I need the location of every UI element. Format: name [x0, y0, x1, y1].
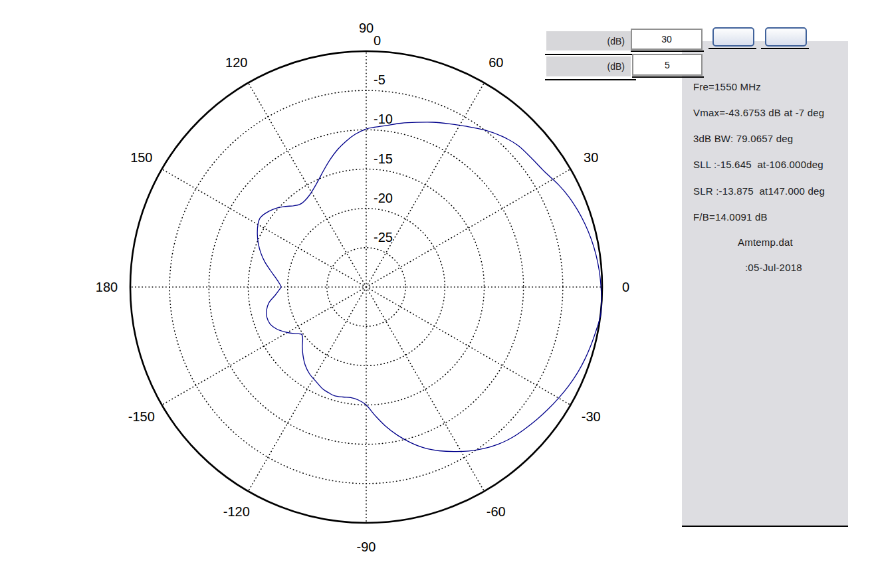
radial-tick-label: -15	[374, 151, 393, 166]
angle-tick-label: 0	[622, 280, 629, 294]
range-input-underline	[631, 50, 704, 52]
angle-tick-label: -60	[487, 504, 506, 519]
toolbar-button-1[interactable]	[712, 27, 754, 47]
angle-tick-label: 30	[584, 150, 598, 165]
angle-tick-label: 180	[96, 280, 118, 294]
button-1-underline	[708, 48, 756, 49]
polar-plot: 0306090120150180-150-120-90-60-300-5-10-…	[0, 0, 872, 588]
range-db-label: (dB)	[546, 31, 631, 50]
toolbar-button-2[interactable]	[765, 27, 807, 47]
angle-tick-label: 150	[130, 150, 152, 165]
radial-tick-label: -25	[374, 230, 393, 245]
radial-tick-label: -10	[374, 112, 393, 126]
angle-tick-label: 90	[359, 21, 374, 35]
angle-tick-label: -90	[357, 539, 376, 554]
grid-spoke	[249, 83, 367, 287]
angle-tick-label: 60	[489, 55, 503, 70]
step-db-input[interactable]	[632, 54, 703, 76]
range-db-input[interactable]	[631, 29, 703, 50]
angle-tick-label: -30	[582, 409, 601, 424]
radial-tick-label: -5	[374, 72, 385, 87]
angle-tick-label: 120	[225, 55, 247, 70]
angle-tick-label: -120	[223, 504, 250, 519]
grid-spoke	[162, 169, 366, 288]
step-input-underline	[632, 76, 704, 78]
button-2-underline	[761, 48, 809, 49]
app-window: Fre=1550 MHz Vmax=-43.6753 dB at -7 deg …	[0, 0, 872, 588]
step-db-label: (dB)	[546, 56, 631, 76]
radial-tick-label: 0	[374, 33, 381, 48]
grid-spoke	[366, 169, 570, 288]
radial-tick-label: -20	[374, 191, 393, 205]
grid-spoke	[366, 287, 485, 491]
angle-tick-label: -150	[128, 409, 155, 424]
step-label-underline	[545, 79, 636, 80]
range-label-underline	[545, 54, 636, 55]
